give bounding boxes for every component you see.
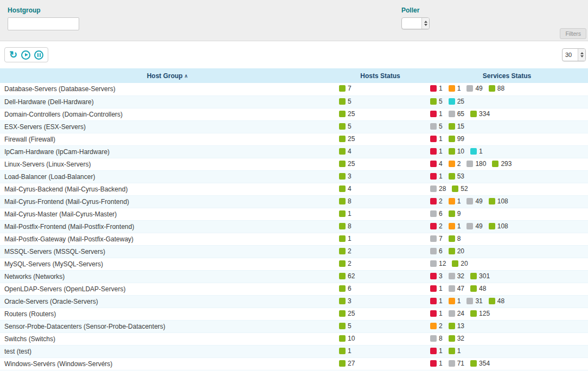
hostgroup-name[interactable]: Mail-Cyrus-Frontend (Mail-Cyrus-Frontend… xyxy=(0,195,335,208)
gray-status-icon xyxy=(430,235,437,242)
status-count: 8 xyxy=(348,222,351,230)
status-count: 47 xyxy=(457,285,464,292)
table-row[interactable]: MSSQL-Servers (MSSQL-Servers)2620 xyxy=(0,245,588,258)
hostgroup-name[interactable]: OpenLDAP-Servers (OpenLDAP-Servers) xyxy=(0,283,335,295)
table-row[interactable]: test (test)111 xyxy=(0,345,588,357)
status-badge: 13 xyxy=(449,322,464,330)
pause-icon[interactable] xyxy=(34,50,43,60)
table-row[interactable]: Sensor-Probe-Datacenters (Sensor-Probe-D… xyxy=(0,320,588,332)
table-row[interactable]: Mail-Cyrus-Master (Mail-Cyrus-Master)169 xyxy=(0,208,588,220)
status-badge: 8 xyxy=(449,235,461,242)
column-hosts-status[interactable]: Hosts Status xyxy=(335,68,426,83)
hostgroup-input[interactable] xyxy=(8,17,79,30)
green-status-icon xyxy=(339,161,346,167)
hostgroup-name[interactable]: IpCam-Hardware (IpCam-Hardware) xyxy=(0,145,335,158)
hostgroup-name[interactable]: Windows-Servérs (Windows-Servérs) xyxy=(0,357,335,370)
status-count: 1 xyxy=(457,347,461,355)
table-row[interactable]: Load-Balancer (Load-Balancer)3153 xyxy=(0,170,588,183)
status-badge: 1 xyxy=(339,347,351,355)
table-row[interactable]: MySQL-Servers (MySQL-Servers)21220 xyxy=(0,258,588,270)
hostgroup-name[interactable]: Firewall (Firewall) xyxy=(0,133,335,145)
table-row[interactable]: Networks (Networks)62332301 xyxy=(0,270,588,283)
poller-field: Poller xyxy=(401,7,430,29)
table-row[interactable]: Mail-Postfix-Frontend (Mail-Postfix-Fron… xyxy=(0,220,588,233)
status-count: 1 xyxy=(439,110,443,118)
status-count: 3 xyxy=(348,297,351,305)
hosts-status-cell: 1 xyxy=(335,233,426,245)
cyan-status-icon xyxy=(470,148,477,155)
hostgroup-name[interactable]: Mail-Cyrus-Master (Mail-Cyrus-Master) xyxy=(0,208,335,220)
status-count: 5 xyxy=(348,322,351,330)
gray-status-icon xyxy=(466,85,473,92)
table-row[interactable]: Mail-Cyrus-Backend (Mail-Cyrus-Backend)4… xyxy=(0,183,588,195)
gray-status-icon xyxy=(430,248,437,254)
hostgroup-name[interactable]: Oracle-Servers (Oracle-Servers) xyxy=(0,295,335,308)
table-row[interactable]: ESX-Servers (ESX-Servers)5515 xyxy=(0,120,588,133)
status-count: 53 xyxy=(457,172,464,180)
green-status-icon xyxy=(470,360,477,367)
green-status-icon xyxy=(339,335,346,342)
column-host-group[interactable]: Host Group∧ xyxy=(0,68,335,83)
refresh-icon[interactable]: ↻ xyxy=(9,50,17,60)
status-badge: 1 xyxy=(430,285,443,292)
table-row[interactable]: Linux-Servers (Linux-Servers)2542180293 xyxy=(0,158,588,170)
green-status-icon xyxy=(470,273,477,279)
table-row[interactable]: Mail-Cyrus-Frontend (Mail-Cyrus-Frontend… xyxy=(0,195,588,208)
hostgroup-name[interactable]: MySQL-Servers (MySQL-Servers) xyxy=(0,258,335,270)
hostgroup-name[interactable]: Mail-Postfix-Frontend (Mail-Postfix-Fron… xyxy=(0,220,335,233)
table-row[interactable]: Switchs (Switchs)10832 xyxy=(0,332,588,345)
status-badge: 25 xyxy=(449,98,464,105)
status-badge: 2 xyxy=(430,322,443,330)
hostgroup-name[interactable]: Mail-Postfix-Gateway (Mail-Postfix-Gatew… xyxy=(0,233,335,245)
table-row[interactable]: Windows-Servérs (Windows-Servérs)2717135… xyxy=(0,357,588,370)
table-row[interactable]: OpenLDAP-Servers (OpenLDAP-Servers)61474… xyxy=(0,283,588,295)
hostgroup-name[interactable]: test (test) xyxy=(0,345,335,357)
green-status-icon xyxy=(449,148,455,155)
hostgroup-name[interactable]: Linux-Servers (Linux-Servers) xyxy=(0,158,335,170)
hostgroup-name[interactable]: Routers (Routers) xyxy=(0,308,335,320)
table-row[interactable]: Dell-Hardware (Dell-Hardware)5525 xyxy=(0,95,588,108)
status-count: 20 xyxy=(461,260,468,267)
table-row[interactable]: Firewall (Firewall)25199 xyxy=(0,133,588,145)
hostgroup-name[interactable]: Database-Servers (Database-Servers) xyxy=(0,83,335,95)
hostgroup-name[interactable]: Switchs (Switchs) xyxy=(0,332,335,345)
status-badge: 71 xyxy=(449,360,464,367)
table-row[interactable]: IpCam-Hardware (IpCam-Hardware)41101 xyxy=(0,145,588,158)
play-icon[interactable] xyxy=(21,50,30,60)
poller-select[interactable] xyxy=(401,17,430,29)
table-row[interactable]: Database-Servers (Database-Servers)71149… xyxy=(0,83,588,95)
status-badge: 125 xyxy=(470,310,490,317)
hostgroup-name[interactable]: Networks (Networks) xyxy=(0,270,335,283)
orange-status-icon xyxy=(449,198,455,204)
table-row[interactable]: Mail-Postfix-Gateway (Mail-Postfix-Gatew… xyxy=(0,233,588,245)
hostgroup-name[interactable]: Load-Balancer (Load-Balancer) xyxy=(0,170,335,183)
status-count: 8 xyxy=(439,335,443,342)
green-status-icon xyxy=(449,248,455,254)
status-count: 25 xyxy=(348,310,355,317)
hostgroup-name[interactable]: Mail-Cyrus-Backend (Mail-Cyrus-Backend) xyxy=(0,183,335,195)
status-count: 1 xyxy=(457,197,461,205)
status-badge: 25 xyxy=(339,310,355,317)
filters-button[interactable]: Filters xyxy=(560,28,586,39)
status-count: 7 xyxy=(348,85,351,92)
red-status-icon xyxy=(430,223,437,229)
status-count: 4 xyxy=(348,185,351,193)
table-row[interactable]: Domain-Controllers (Domain-Controllers)2… xyxy=(0,108,588,120)
status-badge: 52 xyxy=(452,185,468,193)
hostgroup-name[interactable]: Sensor-Probe-Datacenters (Sensor-Probe-D… xyxy=(0,320,335,332)
status-badge: 31 xyxy=(466,297,482,305)
status-count: 6 xyxy=(439,210,443,218)
hostgroup-name[interactable]: Domain-Controllers (Domain-Controllers) xyxy=(0,108,335,120)
hostgroup-name[interactable]: Dell-Hardware (Dell-Hardware) xyxy=(0,95,335,108)
status-count: 62 xyxy=(348,272,355,280)
hostgroup-name[interactable]: MSSQL-Servers (MSSQL-Servers) xyxy=(0,245,335,258)
table-row[interactable]: Routers (Routers)25124125 xyxy=(0,308,588,320)
status-count: 1 xyxy=(439,85,443,92)
status-badge: 32 xyxy=(449,335,464,342)
column-host-group-label: Host Group xyxy=(147,72,183,80)
page-size-select[interactable]: 30 xyxy=(562,48,586,61)
table-row[interactable]: Oracle-Servers (Oracle-Servers)3113148 xyxy=(0,295,588,308)
column-services-status[interactable]: Services Status xyxy=(426,68,588,83)
hosts-status-cell: 2 xyxy=(335,258,426,270)
hostgroup-name[interactable]: ESX-Servers (ESX-Servers) xyxy=(0,120,335,133)
